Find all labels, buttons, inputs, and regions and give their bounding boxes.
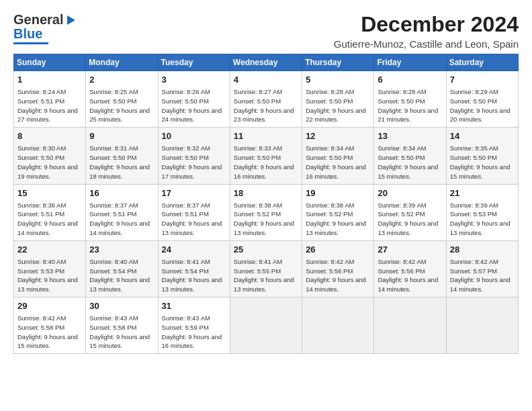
day-info: Sunrise: 8:33 AM Sunset: 5:50 PM Dayligh… <box>234 144 298 181</box>
calendar-day-cell <box>302 298 374 354</box>
day-info: Sunrise: 8:40 AM Sunset: 5:54 PM Dayligh… <box>89 257 154 294</box>
day-number: 31 <box>162 300 226 312</box>
calendar-day-cell <box>446 298 518 354</box>
day-number: 12 <box>306 130 370 142</box>
calendar-day-cell: 9Sunrise: 8:31 AM Sunset: 5:50 PM Daylig… <box>86 128 158 184</box>
day-info: Sunrise: 8:30 AM Sunset: 5:50 PM Dayligh… <box>17 144 82 181</box>
day-number: 14 <box>450 130 515 142</box>
day-info: Sunrise: 8:29 AM Sunset: 5:50 PM Dayligh… <box>450 87 515 124</box>
calendar-day-cell: 10Sunrise: 8:32 AM Sunset: 5:50 PM Dayli… <box>158 128 230 184</box>
day-number: 25 <box>234 244 298 256</box>
day-number: 16 <box>89 187 154 199</box>
day-info: Sunrise: 8:34 AM Sunset: 5:50 PM Dayligh… <box>306 144 370 181</box>
day-info: Sunrise: 8:28 AM Sunset: 5:50 PM Dayligh… <box>378 87 442 124</box>
calendar-week-row: 1Sunrise: 8:24 AM Sunset: 5:51 PM Daylig… <box>14 71 519 128</box>
day-info: Sunrise: 8:42 AM Sunset: 5:57 PM Dayligh… <box>450 257 515 294</box>
day-info: Sunrise: 8:26 AM Sunset: 5:50 PM Dayligh… <box>162 87 226 124</box>
calendar-day-cell: 28Sunrise: 8:42 AM Sunset: 5:57 PM Dayli… <box>446 240 518 297</box>
weekday-header: Sunday <box>14 54 86 71</box>
logo-arrow-icon <box>64 14 77 26</box>
calendar-day-cell: 6Sunrise: 8:28 AM Sunset: 5:50 PM Daylig… <box>374 71 446 128</box>
calendar-day-cell: 25Sunrise: 8:41 AM Sunset: 5:55 PM Dayli… <box>230 240 302 297</box>
weekday-header: Friday <box>374 54 446 71</box>
day-number: 17 <box>162 187 226 199</box>
day-info: Sunrise: 8:43 AM Sunset: 5:58 PM Dayligh… <box>89 314 154 351</box>
day-number: 20 <box>378 187 442 199</box>
day-number: 5 <box>306 74 370 86</box>
day-info: Sunrise: 8:24 AM Sunset: 5:51 PM Dayligh… <box>17 87 82 124</box>
day-number: 7 <box>450 74 515 86</box>
logo-underline <box>13 42 48 44</box>
calendar-day-cell: 27Sunrise: 8:42 AM Sunset: 5:56 PM Dayli… <box>374 240 446 297</box>
calendar-day-cell: 16Sunrise: 8:37 AM Sunset: 5:51 PM Dayli… <box>86 184 158 240</box>
calendar-day-cell: 22Sunrise: 8:40 AM Sunset: 5:53 PM Dayli… <box>14 240 86 297</box>
calendar-day-cell: 23Sunrise: 8:40 AM Sunset: 5:54 PM Dayli… <box>86 240 158 297</box>
day-info: Sunrise: 8:39 AM Sunset: 5:52 PM Dayligh… <box>378 201 442 238</box>
calendar-day-cell: 13Sunrise: 8:34 AM Sunset: 5:50 PM Dayli… <box>374 128 446 184</box>
weekday-header: Saturday <box>446 54 518 71</box>
calendar-day-cell: 5Sunrise: 8:28 AM Sunset: 5:50 PM Daylig… <box>302 71 374 128</box>
calendar-day-cell: 21Sunrise: 8:39 AM Sunset: 5:53 PM Dayli… <box>446 184 518 240</box>
weekday-header: Monday <box>86 54 158 71</box>
calendar-week-row: 8Sunrise: 8:30 AM Sunset: 5:50 PM Daylig… <box>14 128 519 184</box>
calendar-day-cell: 2Sunrise: 8:25 AM Sunset: 5:50 PM Daylig… <box>86 71 158 128</box>
day-info: Sunrise: 8:34 AM Sunset: 5:50 PM Dayligh… <box>378 144 442 181</box>
title-block: December 2024 Gutierre-Munoz, Castille a… <box>334 12 519 50</box>
day-number: 30 <box>89 300 154 312</box>
day-number: 22 <box>17 244 82 256</box>
calendar-day-cell: 29Sunrise: 8:42 AM Sunset: 5:58 PM Dayli… <box>14 298 86 354</box>
weekday-header: Wednesday <box>230 54 302 71</box>
day-number: 29 <box>17 300 82 312</box>
calendar-day-cell: 20Sunrise: 8:39 AM Sunset: 5:52 PM Dayli… <box>374 184 446 240</box>
day-number: 10 <box>162 130 226 142</box>
calendar-day-cell: 26Sunrise: 8:42 AM Sunset: 5:56 PM Dayli… <box>302 240 374 297</box>
calendar-week-row: 15Sunrise: 8:36 AM Sunset: 5:51 PM Dayli… <box>14 184 519 240</box>
logo: General Blue <box>13 12 77 44</box>
header: General Blue December 2024 Gutierre-Muno… <box>13 12 519 50</box>
day-number: 9 <box>89 130 154 142</box>
day-info: Sunrise: 8:27 AM Sunset: 5:50 PM Dayligh… <box>234 87 298 124</box>
calendar-day-cell: 12Sunrise: 8:34 AM Sunset: 5:50 PM Dayli… <box>302 128 374 184</box>
logo-general-text: General <box>13 12 63 28</box>
day-info: Sunrise: 8:35 AM Sunset: 5:50 PM Dayligh… <box>450 144 515 181</box>
calendar-day-cell: 3Sunrise: 8:26 AM Sunset: 5:50 PM Daylig… <box>158 71 230 128</box>
day-info: Sunrise: 8:39 AM Sunset: 5:53 PM Dayligh… <box>450 201 515 238</box>
day-number: 4 <box>234 74 298 86</box>
calendar-day-cell: 17Sunrise: 8:37 AM Sunset: 5:51 PM Dayli… <box>158 184 230 240</box>
day-info: Sunrise: 8:31 AM Sunset: 5:50 PM Dayligh… <box>89 144 154 181</box>
day-info: Sunrise: 8:37 AM Sunset: 5:51 PM Dayligh… <box>162 201 226 238</box>
calendar-day-cell: 11Sunrise: 8:33 AM Sunset: 5:50 PM Dayli… <box>230 128 302 184</box>
day-info: Sunrise: 8:41 AM Sunset: 5:54 PM Dayligh… <box>162 257 226 294</box>
day-info: Sunrise: 8:42 AM Sunset: 5:56 PM Dayligh… <box>378 257 442 294</box>
day-info: Sunrise: 8:25 AM Sunset: 5:50 PM Dayligh… <box>89 87 154 124</box>
day-number: 24 <box>162 244 226 256</box>
calendar-day-cell: 30Sunrise: 8:43 AM Sunset: 5:58 PM Dayli… <box>86 298 158 354</box>
calendar-header-row: SundayMondayTuesdayWednesdayThursdayFrid… <box>14 54 519 71</box>
calendar-day-cell: 4Sunrise: 8:27 AM Sunset: 5:50 PM Daylig… <box>230 71 302 128</box>
weekday-header: Tuesday <box>158 54 230 71</box>
calendar-day-cell: 31Sunrise: 8:43 AM Sunset: 5:59 PM Dayli… <box>158 298 230 354</box>
day-info: Sunrise: 8:41 AM Sunset: 5:55 PM Dayligh… <box>234 257 298 294</box>
day-number: 2 <box>89 74 154 86</box>
day-number: 19 <box>306 187 370 199</box>
calendar-day-cell: 8Sunrise: 8:30 AM Sunset: 5:50 PM Daylig… <box>14 128 86 184</box>
logo-blue-text: Blue <box>13 26 42 42</box>
day-info: Sunrise: 8:38 AM Sunset: 5:52 PM Dayligh… <box>306 201 370 238</box>
day-number: 11 <box>234 130 298 142</box>
day-info: Sunrise: 8:32 AM Sunset: 5:50 PM Dayligh… <box>162 144 226 181</box>
day-info: Sunrise: 8:28 AM Sunset: 5:50 PM Dayligh… <box>306 87 370 124</box>
calendar-day-cell: 14Sunrise: 8:35 AM Sunset: 5:50 PM Dayli… <box>446 128 518 184</box>
calendar-table: SundayMondayTuesdayWednesdayThursdayFrid… <box>13 54 519 354</box>
day-number: 3 <box>162 74 226 86</box>
day-info: Sunrise: 8:36 AM Sunset: 5:51 PM Dayligh… <box>17 201 82 238</box>
day-number: 1 <box>17 74 82 86</box>
day-number: 6 <box>378 74 442 86</box>
day-info: Sunrise: 8:42 AM Sunset: 5:56 PM Dayligh… <box>306 257 370 294</box>
day-info: Sunrise: 8:42 AM Sunset: 5:58 PM Dayligh… <box>17 314 82 351</box>
calendar-week-row: 22Sunrise: 8:40 AM Sunset: 5:53 PM Dayli… <box>14 240 519 297</box>
subtitle: Gutierre-Munoz, Castille and Leon, Spain <box>334 38 519 50</box>
calendar-day-cell: 18Sunrise: 8:38 AM Sunset: 5:52 PM Dayli… <box>230 184 302 240</box>
calendar-day-cell: 1Sunrise: 8:24 AM Sunset: 5:51 PM Daylig… <box>14 71 86 128</box>
svg-marker-0 <box>67 15 75 25</box>
calendar-day-cell: 24Sunrise: 8:41 AM Sunset: 5:54 PM Dayli… <box>158 240 230 297</box>
